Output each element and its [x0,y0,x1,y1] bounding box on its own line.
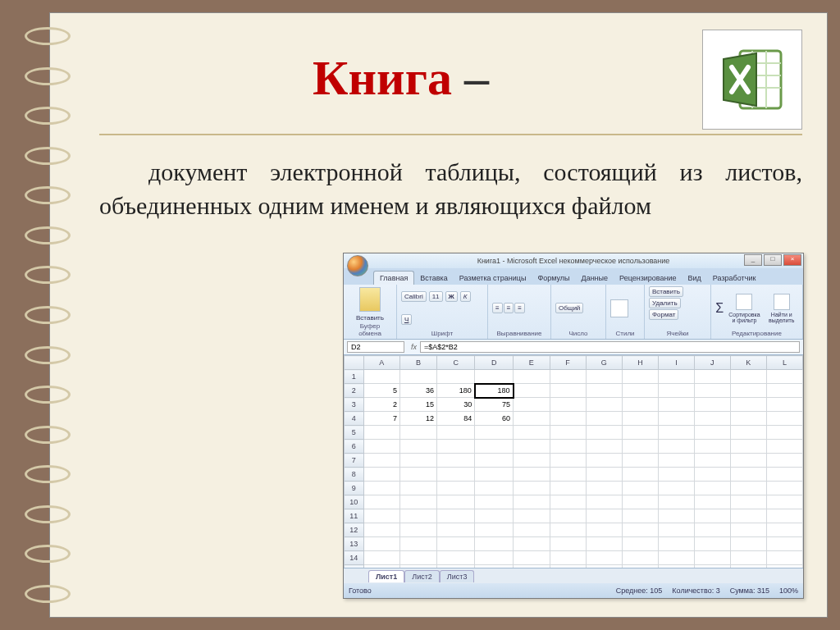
col-header-D[interactable]: D [475,356,514,370]
align-left-button[interactable]: ≡ [492,303,503,313]
cell-A3[interactable]: 2 [363,398,399,412]
cell-F9[interactable] [550,482,586,495]
cell-H11[interactable] [622,509,658,523]
cell-G13[interactable] [586,537,622,551]
cell-D8[interactable] [475,468,514,482]
cell-D10[interactable] [475,495,514,509]
col-header-K[interactable]: K [730,356,766,370]
cell-F1[interactable] [550,370,586,384]
cell-J1[interactable] [694,370,730,384]
align-right-button[interactable]: ≡ [514,303,525,313]
cell-D2[interactable]: 180 [475,384,514,398]
cell-J15[interactable] [694,565,730,568]
cell-K6[interactable] [730,440,766,454]
cell-K8[interactable] [730,468,766,482]
cell-J5[interactable] [694,426,730,440]
col-header-L[interactable]: L [766,356,802,370]
cell-F8[interactable] [550,468,586,482]
cell-F14[interactable] [550,551,586,565]
cell-A15[interactable] [363,565,399,568]
cell-L13[interactable] [766,537,802,551]
cell-B10[interactable] [400,495,437,509]
col-header-B[interactable]: B [400,356,437,370]
italic-button[interactable]: К [460,291,471,302]
col-header-I[interactable]: I [659,356,695,370]
cell-H7[interactable] [622,454,658,468]
cell-A7[interactable] [363,454,399,468]
row-header-1[interactable]: 1 [345,370,364,384]
cell-B13[interactable] [400,537,437,551]
cell-B15[interactable] [400,565,437,568]
cell-I8[interactable] [659,468,695,482]
cell-A14[interactable] [363,551,399,565]
row-header-9[interactable]: 9 [345,482,364,495]
cell-E9[interactable] [514,482,550,495]
cell-F10[interactable] [550,495,586,509]
col-header-J[interactable]: J [694,356,730,370]
cell-L8[interactable] [766,468,802,482]
cell-A13[interactable] [363,537,399,551]
cell-I10[interactable] [659,495,695,509]
row-header-10[interactable]: 10 [345,495,364,509]
cell-F5[interactable] [550,426,586,440]
cell-D6[interactable] [475,440,514,454]
cell-C15[interactable] [437,565,475,568]
cell-K9[interactable] [730,482,766,495]
cell-C12[interactable] [437,523,475,537]
cell-F13[interactable] [550,537,586,551]
cell-J12[interactable] [694,523,730,537]
cell-I7[interactable] [659,454,695,468]
cell-D3[interactable]: 75 [475,398,514,412]
cell-K12[interactable] [730,523,766,537]
cell-G14[interactable] [586,551,622,565]
autosum-icon[interactable]: Σ [715,301,724,316]
cell-L9[interactable] [766,482,802,495]
cell-L11[interactable] [766,509,802,523]
row-header-11[interactable]: 11 [345,509,364,523]
cell-E6[interactable] [514,440,550,454]
cell-I15[interactable] [659,565,695,568]
cell-B3[interactable]: 15 [400,398,437,412]
find-select-icon[interactable] [774,294,790,310]
cell-K3[interactable] [730,398,766,412]
cell-F3[interactable] [550,398,586,412]
close-button[interactable]: × [783,254,801,266]
cell-L2[interactable] [766,384,802,398]
cell-G11[interactable] [586,509,622,523]
cell-E10[interactable] [514,495,550,509]
cell-I6[interactable] [659,440,695,454]
ribbon-tab-3[interactable]: Формулы [532,272,575,285]
styles-icon[interactable] [610,299,628,317]
cell-I3[interactable] [659,398,695,412]
cell-F11[interactable] [550,509,586,523]
cell-J6[interactable] [694,440,730,454]
cell-F6[interactable] [550,440,586,454]
cell-F2[interactable] [550,384,586,398]
cell-B2[interactable]: 36 [400,384,437,398]
cell-E3[interactable] [514,398,550,412]
cell-K10[interactable] [730,495,766,509]
cell-K1[interactable] [730,370,766,384]
cell-G15[interactable] [586,565,622,568]
cell-E1[interactable] [514,370,550,384]
cell-H1[interactable] [622,370,658,384]
cell-B5[interactable] [400,426,437,440]
cell-D12[interactable] [475,523,514,537]
cell-H8[interactable] [622,468,658,482]
cell-J10[interactable] [694,495,730,509]
cell-H13[interactable] [622,537,658,551]
cell-H6[interactable] [622,440,658,454]
cell-L4[interactable] [766,412,802,426]
cell-J7[interactable] [694,454,730,468]
col-header-E[interactable]: E [514,356,550,370]
cell-I11[interactable] [659,509,695,523]
cell-E11[interactable] [514,509,550,523]
cell-C2[interactable]: 180 [437,384,475,398]
cell-A8[interactable] [363,468,399,482]
cell-H10[interactable] [622,495,658,509]
ribbon-tab-0[interactable]: Главная [373,271,414,285]
row-header-14[interactable]: 14 [345,551,364,565]
cell-I1[interactable] [659,370,695,384]
cell-D4[interactable]: 60 [475,412,514,426]
cell-C7[interactable] [437,454,475,468]
